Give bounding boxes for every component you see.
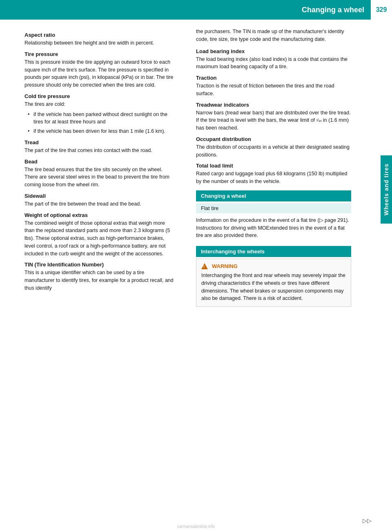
intro-cold-tire-pressure: The tires are cold: [24,101,176,108]
side-tab-label: Wheels and tires [383,163,390,215]
heading-occupant-distribution: Occupant distribution [196,136,351,142]
left-column: Aspect ratio Relationship between tire h… [0,28,188,307]
body-flat-tire: Information on the procedure in the even… [196,217,351,239]
footer-arrow: ▷▷ [363,517,372,524]
body-aspect-ratio: Relationship between tire height and tir… [24,39,176,47]
section-cold-tire-pressure: Cold tire pressure The tires are cold: i… [24,93,176,135]
section-aspect-ratio: Aspect ratio Relationship between tire h… [24,32,176,47]
section-divider-changing-wheel: Changing a wheel [196,190,351,201]
sub-divider-label-flat-tire: Flat tire [201,205,218,211]
body-occupant-distribution: The distribution of occupants in a vehic… [196,143,351,159]
watermark: carmanualonline.info [177,524,215,529]
heading-tire-pressure: Tire pressure [24,51,176,57]
warning-title: ! WARNING [201,263,346,269]
section-bead: Bead The tire bead ensures that the tire… [24,159,176,189]
header-title-area: Changing a wheel 329 [302,0,392,20]
list-item: if the vehicle has been driven for less … [28,127,176,135]
heading-aspect-ratio: Aspect ratio [24,32,176,38]
heading-load-bearing-index: Load bearing index [196,48,351,54]
section-treadwear-indicators: Treadwear indicators Narrow bars (tread … [196,102,351,132]
divider-label-changing-wheel: Changing a wheel [201,193,246,199]
warning-box-interchanging: ! WARNING Interchanging the front and re… [196,259,351,307]
heading-weight-optional-extras: Weight of optional extras [24,212,176,218]
main-content: Aspect ratio Relationship between tire h… [0,20,392,315]
heading-bead: Bead [24,159,176,165]
section-sidewall: Sidewall The part of the tire between th… [24,193,176,208]
bullet-list-cold-tire-pressure: if the vehicle has been parked without d… [24,111,176,135]
page-footer: ▷▷ [363,517,372,524]
heading-traction: Traction [196,75,351,81]
body-bead: The tire bead ensures that the tire sits… [24,166,176,189]
body-tin: This is a unique identifier which can be… [24,269,176,292]
section-weight-optional-extras: Weight of optional extras The combined w… [24,212,176,258]
warning-body-interchanging: Interchanging the front and rear wheels … [201,272,346,302]
section-traction: Traction Traction is the result of frict… [196,75,351,98]
section-tire-pressure: Tire pressure This is pressure inside th… [24,51,176,89]
section-load-bearing-index: Load bearing index The load bearing inde… [196,48,351,71]
page-number-box: 329 [371,0,392,20]
heading-sidewall: Sidewall [24,193,176,199]
heading-cold-tire-pressure: Cold tire pressure [24,93,176,99]
divider-label-interchanging-wheels: Interchanging the wheels [201,248,265,255]
section-divider-interchanging-wheels: Interchanging the wheels [196,246,351,257]
body-tread: The part of the tire that comes into con… [24,147,176,154]
heading-treadwear-indicators: Treadwear indicators [196,102,351,108]
section-occupant-distribution: Occupant distribution The distribution o… [196,136,351,159]
warning-triangle-icon: ! [201,263,208,269]
section-tread: Tread The part of the tire that comes in… [24,139,176,154]
section-tin: TIN (Tire Identification Number) This is… [24,262,176,292]
page-number: 329 [376,6,387,13]
heading-total-load-limit: Total load limit [196,163,351,169]
list-item: if the vehicle has been parked without d… [28,111,176,126]
header-title: Changing a wheel [302,6,371,14]
body-load-bearing-index: The load bearing index (also load index)… [196,56,351,71]
body-sidewall: The part of the tire between the tread a… [24,200,176,208]
header-bar: Changing a wheel 329 [0,0,392,20]
body-traction: Traction is the result of friction betwe… [196,82,351,98]
body-tire-pressure: This is pressure inside the tire applyin… [24,58,176,89]
sub-divider-flat-tire: Flat tire [196,203,351,213]
tin-continuation: the purchasers. The TIN is made up of th… [196,28,351,43]
side-tab-wheels-tires: Wheels and tires [381,155,392,224]
body-total-load-limit: Rated cargo and luggage load plus 68 kil… [196,170,351,186]
heading-tread: Tread [24,139,176,145]
right-column: the purchasers. The TIN is made up of th… [188,28,376,307]
section-total-load-limit: Total load limit Rated cargo and luggage… [196,163,351,186]
body-weight-optional-extras: The combined weight of those optional ex… [24,219,176,258]
body-treadwear-indicators: Narrow bars (tread wear bars) that are d… [196,109,351,132]
heading-tin: TIN (Tire Identification Number) [24,262,176,268]
